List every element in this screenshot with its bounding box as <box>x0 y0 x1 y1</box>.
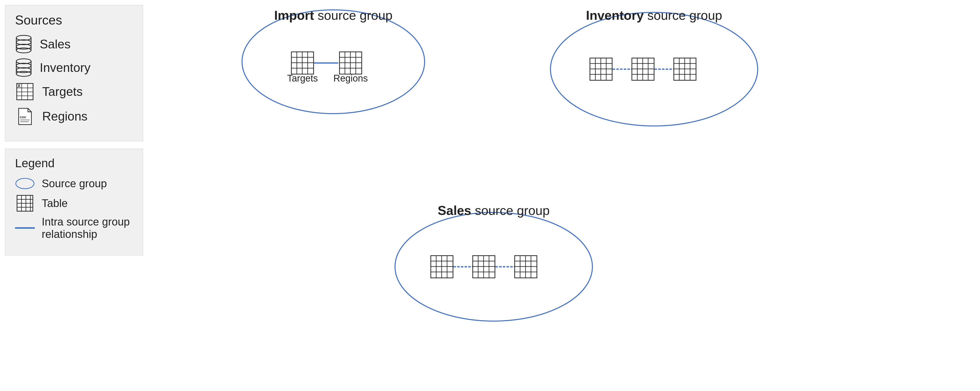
sources-box: Sources Sales <box>5 5 143 141</box>
excel-icon-targets: X <box>15 82 35 102</box>
source-label-sales: Sales <box>40 37 70 51</box>
source-item-regions: csv Regions <box>15 107 133 126</box>
svg-point-20 <box>16 71 31 76</box>
svg-text:Inventory source group: Inventory source group <box>586 8 722 22</box>
database-icon-sales <box>15 35 32 53</box>
source-label-inventory: Inventory <box>40 61 91 75</box>
source-label-regions: Regions <box>42 109 88 123</box>
legend-item-table: Table <box>15 196 133 211</box>
source-item-sales: Sales <box>15 35 133 53</box>
diagram-area: Import source group Targets Regions <box>148 0 980 391</box>
legend-label-source-group: Source group <box>42 177 107 190</box>
source-label-targets: Targets <box>42 85 83 99</box>
svg-point-31 <box>16 178 34 189</box>
svg-text:Targets: Targets <box>287 73 318 83</box>
legend-title: Legend <box>15 156 133 170</box>
source-item-inventory: Inventory <box>15 58 133 77</box>
legend-item-source-group: Source group <box>15 176 133 191</box>
line-legend-icon <box>15 220 35 235</box>
csv-icon-regions: csv <box>15 107 35 126</box>
legend-label-table: Table <box>42 197 68 209</box>
table-legend-icon <box>15 196 35 211</box>
sources-title: Sources <box>15 13 133 27</box>
oval-legend-icon <box>15 176 35 191</box>
svg-text:X: X <box>18 83 21 88</box>
legend-box: Legend Source group <box>5 149 143 255</box>
svg-text:csv: csv <box>20 115 26 119</box>
database-icon-inventory <box>15 58 32 77</box>
left-panel: Sources Sales <box>5 5 143 255</box>
svg-text:Import source group: Import source group <box>274 8 393 22</box>
svg-text:Regions: Regions <box>333 73 368 83</box>
svg-text:Sales source group: Sales source group <box>438 203 550 218</box>
svg-point-39 <box>242 10 425 113</box>
legend-item-relationship: Intra source group relationship <box>15 215 133 240</box>
source-item-targets: X Targets <box>15 82 133 102</box>
legend-label-relationship: Intra source group relationship <box>42 215 133 240</box>
svg-point-10 <box>16 48 31 53</box>
